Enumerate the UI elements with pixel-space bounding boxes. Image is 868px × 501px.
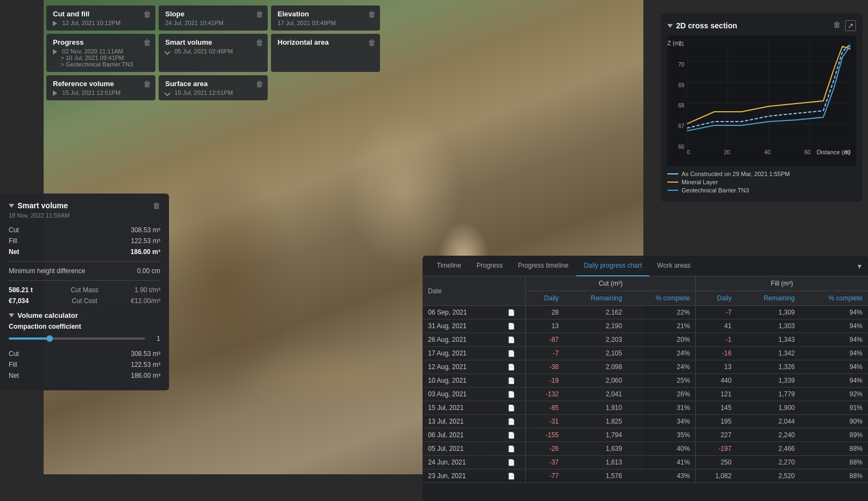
cell-fill-remaining: 1,309 bbox=[737, 306, 800, 319]
delete-icon[interactable]: 🗑 bbox=[833, 20, 841, 31]
tab-daily-progress-chart[interactable]: Daily progress chart bbox=[576, 256, 650, 276]
cell-icon: 📄 bbox=[497, 347, 526, 360]
cell-fill-pct: 94% bbox=[800, 347, 868, 360]
expand-icon bbox=[164, 90, 170, 96]
cell-icon: 📄 bbox=[497, 388, 526, 401]
cell-fill-remaining: 1,779 bbox=[737, 388, 800, 401]
table-row: 26 Aug, 2021 📄 -87 2,203 20% -1 1,343 94… bbox=[423, 333, 868, 347]
cross-section-chart: Z (m) 71 70 69 68 67 66 bbox=[667, 35, 856, 166]
delete-icon[interactable]: 🗑 bbox=[143, 10, 151, 19]
cell-cut-pct: 35% bbox=[628, 428, 696, 442]
card-progress[interactable]: Progress 02 Nov, 2020 11:11AM > 10 Jul, … bbox=[46, 34, 155, 72]
cell-icon: 📄 bbox=[497, 415, 526, 428]
card-reference-volume[interactable]: Reference volume 15 Jul, 2021 12:51PM 🗑 bbox=[46, 75, 155, 100]
top-cards-row-1: Cut and fill 12 Jul, 2021 10:12PM 🗑 Slop… bbox=[46, 5, 380, 31]
compaction-slider-container: 1 bbox=[9, 335, 160, 342]
cell-fill-daily: -7 bbox=[696, 306, 737, 319]
chevron-down-icon bbox=[9, 204, 14, 208]
cell-icon: 📄 bbox=[497, 306, 526, 319]
cell-fill-pct: 88% bbox=[800, 469, 868, 483]
cell-icon: 📄 bbox=[497, 333, 526, 347]
tab-progress-timeline[interactable]: Progress timeline bbox=[510, 256, 576, 276]
cell-cut-daily: -87 bbox=[526, 333, 564, 347]
cell-cut-remaining: 1,910 bbox=[564, 401, 628, 415]
cell-cut-pct: 40% bbox=[628, 442, 696, 456]
delete-icon[interactable]: 🗑 bbox=[256, 80, 263, 88]
table-group-header-row: Date Cut (m³) Fill (m³) bbox=[423, 276, 868, 291]
card-elevation[interactable]: Elevation 17 Jul, 2021 03:48PM 🗑 bbox=[271, 5, 380, 31]
delete-icon[interactable]: 🗑 bbox=[153, 201, 160, 210]
cell-fill-pct: 90% bbox=[800, 415, 868, 428]
cell-fill-daily: 440 bbox=[696, 374, 737, 388]
tabs-bar: Timeline Progress Progress timeline Dail… bbox=[423, 256, 868, 276]
table-row: 15 Jul, 2021 📄 -85 1,910 31% 145 1,900 9… bbox=[423, 401, 868, 415]
cell-icon: 📄 bbox=[497, 401, 526, 415]
cell-icon: 📄 bbox=[497, 428, 526, 442]
delete-icon[interactable]: 🗑 bbox=[368, 10, 376, 19]
cell-cut-pct: 25% bbox=[628, 374, 696, 388]
smart-volume-panel: Smart volume 🗑 18 Nov, 2022 11:59AM Cut … bbox=[0, 194, 169, 390]
cell-cut-daily: -19 bbox=[526, 374, 564, 388]
cross-section-panel: 2D cross section 🗑 ↗ Z (m) 71 70 69 68 6… bbox=[661, 14, 863, 202]
table-row: 03 Aug, 2021 📄 -132 2,041 26% 121 1,779 … bbox=[423, 388, 868, 401]
cell-fill-remaining: 1,339 bbox=[737, 374, 800, 388]
export-icon[interactable]: ↗ bbox=[845, 20, 856, 31]
delete-icon[interactable]: 🗑 bbox=[368, 38, 376, 47]
compaction-slider[interactable] bbox=[9, 337, 145, 340]
delete-icon[interactable]: 🗑 bbox=[143, 80, 151, 88]
chevron-down-icon bbox=[9, 313, 14, 317]
smart-volume-date: 18 Nov, 2022 11:59AM bbox=[9, 212, 160, 219]
table-row: 12 Aug, 2021 📄 -38 2,098 24% 13 1,326 94… bbox=[423, 360, 868, 374]
cell-fill-remaining: 2,044 bbox=[737, 415, 800, 428]
delete-icon[interactable]: 🗑 bbox=[256, 38, 263, 47]
tab-timeline[interactable]: Timeline bbox=[429, 256, 469, 276]
cell-cut-pct: 20% bbox=[628, 333, 696, 347]
cell-cut-pct: 41% bbox=[628, 456, 696, 469]
cell-icon: 📄 bbox=[497, 469, 526, 483]
delete-icon[interactable]: 🗑 bbox=[143, 38, 151, 47]
cell-fill-pct: 92% bbox=[800, 388, 868, 401]
cell-fill-remaining: 1,303 bbox=[737, 319, 800, 333]
card-cut-and-fill[interactable]: Cut and fill 12 Jul, 2021 10:12PM 🗑 bbox=[46, 5, 155, 31]
table-row: 23 Jun, 2021 📄 -77 1,576 43% 1,082 2,520… bbox=[423, 469, 868, 483]
cell-cut-daily: -26 bbox=[526, 442, 564, 456]
cell-cut-pct: 21% bbox=[628, 319, 696, 333]
delete-icon[interactable]: 🗑 bbox=[256, 10, 263, 19]
table-row: 24 Jun, 2021 📄 -37 1,613 41% 250 2,270 8… bbox=[423, 456, 868, 469]
cell-cut-daily: -132 bbox=[526, 388, 564, 401]
cell-date: 26 Aug, 2021 bbox=[423, 333, 497, 347]
tab-work-areas[interactable]: Work areas bbox=[649, 256, 698, 276]
cell-icon: 📄 bbox=[497, 360, 526, 374]
cell-fill-daily: 195 bbox=[696, 415, 737, 428]
cell-fill-pct: 88% bbox=[800, 456, 868, 469]
card-slope[interactable]: Slope 24 Jul, 2021 10:41PM 🗑 bbox=[159, 5, 268, 31]
cell-icon: 📄 bbox=[497, 456, 526, 469]
cross-section-legend: As Constructed on 29 Mar, 2021 1:55PM Mi… bbox=[667, 171, 856, 194]
cell-date: 15 Jul, 2021 bbox=[423, 401, 497, 415]
cell-fill-pct: 88% bbox=[800, 442, 868, 456]
cell-cut-pct: 31% bbox=[628, 401, 696, 415]
cell-fill-daily: 13 bbox=[696, 360, 737, 374]
cell-date: 13 Jul, 2021 bbox=[423, 415, 497, 428]
card-surface-area[interactable]: Surface area 15 Jul, 2021 12:51PM 🗑 bbox=[159, 75, 268, 100]
cell-icon: 📄 bbox=[497, 374, 526, 388]
cross-section-title: 2D cross section bbox=[676, 21, 737, 30]
cell-fill-remaining: 1,342 bbox=[737, 347, 800, 360]
tabs-dropdown-arrow[interactable]: ▾ bbox=[858, 262, 861, 270]
cell-cut-daily: 28 bbox=[526, 306, 564, 319]
cell-cut-pct: 24% bbox=[628, 360, 696, 374]
top-cards-row-3: Reference volume 15 Jul, 2021 12:51PM 🗑 … bbox=[46, 75, 380, 100]
daily-progress-table: Date Cut (m³) Fill (m³) Daily Remaining … bbox=[423, 276, 868, 483]
cell-cut-pct: 26% bbox=[628, 388, 696, 401]
card-horizontal-area[interactable]: Horizontal area 🗑 bbox=[271, 34, 380, 72]
cell-icon: 📄 bbox=[497, 442, 526, 456]
cell-fill-remaining: 1,326 bbox=[737, 360, 800, 374]
cell-fill-daily: 121 bbox=[696, 388, 737, 401]
card-smart-volume[interactable]: Smart volume 05 Jul, 2021 02:46PM 🗑 bbox=[159, 34, 268, 72]
cell-fill-remaining: 2,520 bbox=[737, 469, 800, 483]
compaction-label: Compaction coefficient bbox=[9, 323, 160, 330]
tab-progress[interactable]: Progress bbox=[469, 256, 510, 276]
sv-calc-net-row: Net 186.00 m³ bbox=[9, 372, 160, 379]
col-date: Date bbox=[423, 276, 497, 306]
top-cards-container: Cut and fill 12 Jul, 2021 10:12PM 🗑 Slop… bbox=[46, 5, 380, 100]
